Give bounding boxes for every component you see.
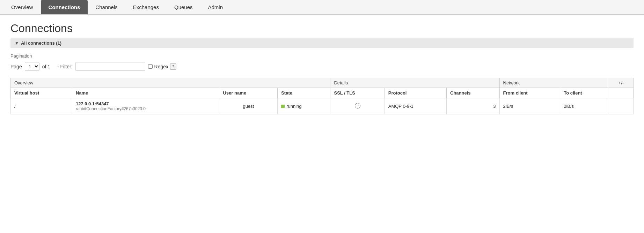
th-toggle[interactable]: +/- [609,78,634,88]
ssl-circle-icon [355,103,360,108]
filter-label: - Filter: [57,64,73,69]
chevron-down-icon: ▼ [15,41,19,46]
page-title: Connections [10,22,634,35]
connections-table: Overview Details Network +/- Virtual hos… [10,78,634,114]
state-label: running [286,104,301,109]
connection-name-secondary: rabbitConnectionFactory#267c3023:0 [76,106,216,111]
regex-checkbox[interactable] [148,64,153,69]
cell-name: 127.0.0.1:54347 rabbitConnectionFactory#… [72,98,219,114]
cell-to-client: 2iB/s [560,98,609,114]
cell-user-name: guest [219,98,278,114]
th-name: Name [72,88,219,98]
th-user-name: User name [219,88,278,98]
th-network: Network [499,78,609,88]
nav-exchanges[interactable]: Exchanges [125,0,167,14]
regex-container: Regex ? [148,63,176,70]
page-label: Page [10,64,22,69]
table-row: / 127.0.0.1:54347 rabbitConnectionFactor… [11,98,634,114]
cell-protocol: AMQP 0-9-1 [385,98,446,114]
connection-name-primary[interactable]: 127.0.0.1:54347 [76,101,216,106]
of-label: of 1 [42,64,50,69]
th-protocol: Protocol [385,88,446,98]
main-nav: Overview Connections Channels Exchanges … [0,0,644,15]
nav-connections[interactable]: Connections [41,0,88,14]
th-virtual-host: Virtual host [11,88,72,98]
pagination-controls: Page 1 of 1 - Filter: Regex ? [10,62,634,71]
th-to-client: To client [560,88,609,98]
cell-virtual-host: / [11,98,72,114]
cell-channels: 3 [447,98,500,114]
page-content: Connections ▼ All connections (1) Pagina… [0,15,644,121]
nav-queues[interactable]: Queues [167,0,200,14]
table-header-row: Virtual host Name User name State SSL / … [11,88,634,98]
nav-overview[interactable]: Overview [3,0,41,14]
cell-state: running [278,98,330,114]
th-state: State [278,88,330,98]
cell-ssl-tls [330,98,385,114]
section-header: ▼ All connections (1) [10,38,634,48]
th-channels: Channels [447,88,500,98]
th-details: Details [330,78,499,88]
nav-channels[interactable]: Channels [88,0,125,14]
state-dot-icon [281,105,285,108]
regex-label: Regex [154,64,168,69]
table-section-row: Overview Details Network +/- [11,78,634,88]
page-select[interactable]: 1 [25,62,39,71]
cell-from-client: 2iB/s [499,98,560,114]
section-label: All connections (1) [21,40,61,46]
cell-extra [609,98,634,114]
th-ssl-tls: SSL / TLS [330,88,385,98]
th-overview: Overview [11,78,330,88]
th-from-client: From client [499,88,560,98]
pagination-label: Pagination [10,53,634,59]
help-icon[interactable]: ? [170,63,176,70]
filter-input[interactable] [75,62,145,71]
th-extra [609,88,634,98]
nav-admin[interactable]: Admin [200,0,231,14]
